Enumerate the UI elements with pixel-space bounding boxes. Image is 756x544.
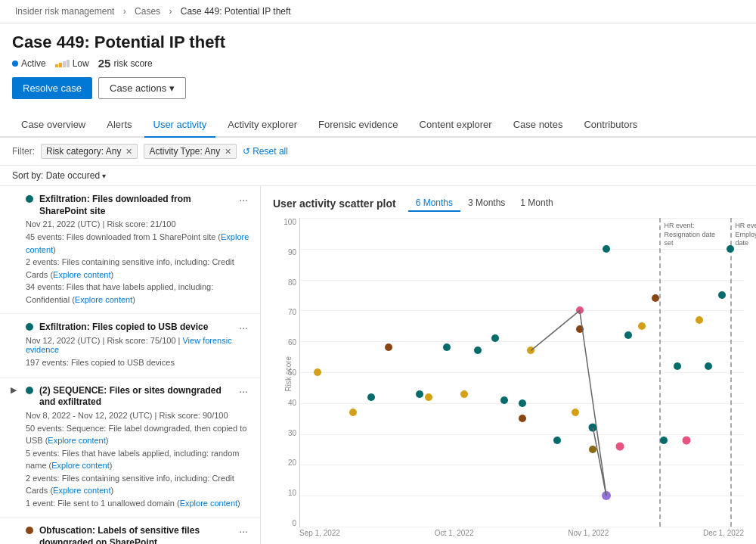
item-detail: 50 events: Sequence: File label downgrad…	[26, 422, 249, 510]
scatter-dot[interactable]	[682, 436, 690, 444]
filter-label: Filter:	[12, 146, 35, 157]
expand-icon[interactable]: ▶	[11, 385, 20, 395]
status-active: Active	[12, 58, 46, 69]
severity-bars	[55, 60, 70, 67]
activity-type-close[interactable]: ✕	[225, 147, 231, 157]
y-label: 0	[292, 519, 296, 527]
tab-alerts[interactable]: Alerts	[98, 113, 141, 138]
x-label: Oct 1, 2022	[435, 529, 474, 544]
scatter-dot[interactable]	[416, 390, 423, 398]
item-title: (2) SEQUENCE: Files or sites downgraded …	[39, 385, 231, 409]
scatter-dot[interactable]	[576, 306, 584, 314]
scatter-dot[interactable]	[615, 442, 624, 450]
scatter-dot[interactable]	[474, 347, 482, 354]
list-item[interactable]: Exfiltration: Files copied to USB device…	[0, 314, 260, 378]
scatter-dot[interactable]	[500, 396, 508, 404]
scatter-dot[interactable]	[589, 424, 597, 432]
scatter-dot[interactable]	[718, 291, 726, 299]
item-menu-icon[interactable]: ···	[237, 525, 249, 537]
tab-user-activity[interactable]: User activity	[144, 113, 216, 138]
item-detail: 197 events: Files copied to USB devices	[26, 356, 249, 369]
scatter-dot[interactable]	[491, 334, 499, 342]
activity-type-label: Activity Type: Any	[149, 146, 220, 157]
resolve-case-button[interactable]: Resolve case	[12, 77, 92, 99]
grid-line	[300, 341, 744, 342]
scatter-dot[interactable]	[314, 368, 321, 376]
tab-contributors[interactable]: Contributors	[575, 113, 646, 138]
scatter-dot[interactable]	[349, 409, 357, 416]
item-title: Exfiltration: Files copied to USB device	[39, 322, 231, 334]
main-content: Exfiltration: Files downloaded from Shar…	[0, 186, 756, 544]
item-title: Obfuscation: Labels of sensitive files d…	[39, 525, 231, 544]
list-item[interactable]: ▶ (2) SEQUENCE: Files or sites downgrade…	[0, 378, 260, 518]
grid-line	[300, 465, 744, 465]
risk-category-filter[interactable]: Risk category: Any ✕	[41, 144, 138, 159]
scatter-dot[interactable]	[576, 325, 584, 333]
bar4	[67, 60, 70, 67]
tab-forensic-evidence[interactable]: Forensic evidence	[309, 113, 407, 138]
scatter-dot[interactable]	[553, 437, 561, 444]
breadcrumb-item-irm[interactable]: Insider risk management	[15, 6, 114, 17]
scatter-dot[interactable]	[638, 322, 646, 330]
reset-icon: ↺	[243, 146, 250, 157]
grid-line	[300, 249, 744, 250]
scatter-dot[interactable]	[519, 415, 526, 422]
chevron-down-icon: ▾	[169, 82, 175, 94]
grid-line	[300, 434, 744, 435]
hr-annotation-label: HR event: Resignation date set	[664, 222, 717, 248]
scatter-dot[interactable]	[460, 390, 468, 398]
scatter-dot[interactable]	[602, 491, 611, 500]
y-label: 10	[288, 489, 296, 497]
y-label: 20	[288, 459, 296, 467]
scatter-dot[interactable]	[527, 347, 534, 354]
x-label: Nov 1, 2022	[568, 529, 609, 544]
y-label: 30	[288, 429, 296, 437]
chart-container: Risk score 1009080706050403020100 HR eve…	[273, 218, 744, 544]
scatter-dot[interactable]	[696, 316, 703, 324]
chart-title: User activity scatter plot	[273, 197, 396, 210]
page-title: Case 449: Potential IP theft	[12, 33, 744, 52]
scatter-dot[interactable]	[603, 245, 610, 253]
scatter-dot[interactable]	[385, 343, 392, 351]
case-actions-button[interactable]: Case actions ▾	[98, 77, 186, 99]
scatter-dot[interactable]	[727, 245, 734, 253]
scatter-dot[interactable]	[674, 362, 681, 370]
hr-annotation-label: HR event: Employment end date	[735, 222, 756, 248]
y-label: 70	[288, 308, 296, 316]
scatter-dot[interactable]	[624, 331, 632, 339]
scatter-dot[interactable]	[519, 399, 526, 407]
tab-case-notes[interactable]: Case notes	[504, 113, 572, 138]
scatter-dot[interactable]	[660, 437, 668, 444]
item-menu-icon[interactable]: ···	[237, 385, 249, 397]
item-meta: Nov 21, 2022 (UTC) | Risk score: 21/100	[26, 219, 249, 228]
scatter-dot[interactable]	[589, 446, 596, 453]
sort-label[interactable]: Sort by: Date occured ▾	[12, 170, 106, 181]
breadcrumb-item-cases[interactable]: Cases	[135, 6, 160, 17]
time-tab-3-months[interactable]: 3 Months	[460, 195, 513, 212]
scatter-dot[interactable]	[705, 362, 712, 370]
tab-content-explorer[interactable]: Content explorer	[411, 113, 501, 138]
item-menu-icon[interactable]: ···	[237, 322, 249, 334]
risk-score-value: 25	[98, 57, 111, 70]
time-tabs: 6 Months3 Months1 Month	[408, 195, 561, 212]
x-labels: Sep 1, 2022Oct 1, 2022Nov 1, 2022Dec 1, …	[299, 529, 744, 544]
risk-category-close[interactable]: ✕	[125, 147, 132, 157]
case-actions-label: Case actions	[110, 82, 166, 94]
activity-type-filter[interactable]: Activity Type: Any ✕	[144, 144, 237, 159]
list-item[interactable]: Obfuscation: Labels of sensitive files d…	[0, 518, 260, 544]
reset-all-button[interactable]: ↺ Reset all	[243, 146, 288, 157]
scatter-dot[interactable]	[572, 409, 579, 416]
scatter-dot[interactable]	[443, 343, 451, 351]
list-item[interactable]: Exfiltration: Files downloaded from Shar…	[0, 186, 260, 314]
tab-case-overview[interactable]: Case overview	[12, 113, 94, 138]
scatter-dot[interactable]	[652, 294, 659, 302]
scatter-dot[interactable]	[425, 393, 432, 401]
item-menu-icon[interactable]: ···	[237, 194, 249, 206]
time-tab-6-months[interactable]: 6 Months	[408, 195, 460, 212]
y-axis: 1009080706050403020100	[273, 218, 299, 527]
scatter-dot[interactable]	[367, 393, 375, 401]
tab-activity-explorer[interactable]: Activity explorer	[218, 113, 306, 138]
x-label: Sep 1, 2022	[299, 529, 340, 544]
time-tab-1-month[interactable]: 1 Month	[513, 195, 560, 212]
sort-row: Sort by: Date occured ▾	[0, 166, 756, 186]
